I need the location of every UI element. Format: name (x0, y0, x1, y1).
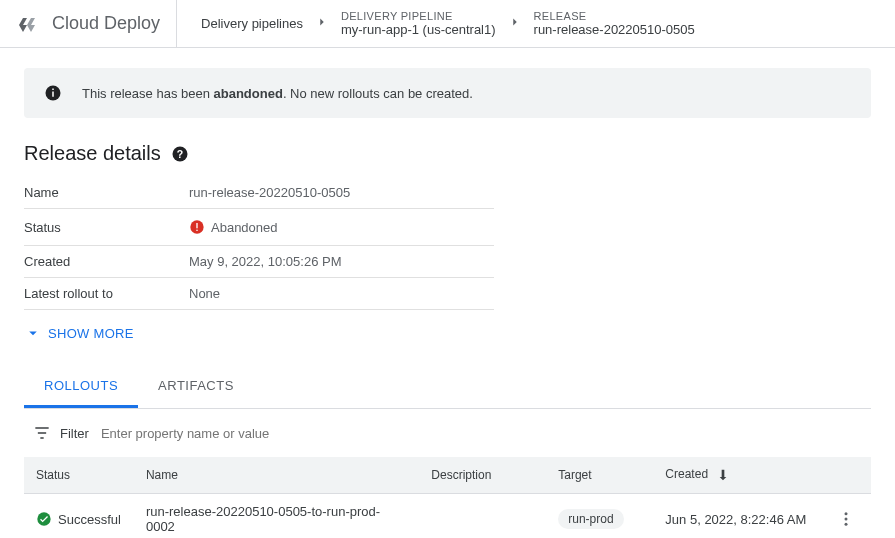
breadcrumb-root[interactable]: Delivery pipelines (193, 16, 311, 31)
banner-prefix: This release has been (82, 86, 214, 101)
tab-artifacts[interactable]: ARTIFACTS (138, 366, 254, 408)
details-table: Name run-release-20220510-0505 Status Ab… (24, 177, 494, 310)
cell-name[interactable]: run-release-20220510-0505-to-run-prod-00… (134, 494, 419, 539)
filter-icon[interactable] (32, 423, 52, 443)
success-icon (36, 511, 52, 527)
detail-status-label: Status (24, 209, 189, 246)
detail-created-value: May 9, 2022, 10:05:26 PM (189, 246, 494, 278)
detail-status-cell: Abandoned (189, 209, 494, 246)
breadcrumb-root-label: Delivery pipelines (201, 16, 303, 31)
breadcrumb-pipeline[interactable]: DELIVERY PIPELINE my-run-app-1 (us-centr… (333, 10, 504, 37)
detail-latest-label: Latest rollout to (24, 278, 189, 310)
banner-strong: abandoned (214, 86, 283, 101)
filter-label: Filter (60, 426, 89, 441)
rollout-table: Status Name Description Target Created (24, 457, 871, 538)
breadcrumb-release: RELEASE run-release-20220510-0505 (526, 10, 703, 37)
breadcrumb-pipeline-label: DELIVERY PIPELINE (341, 10, 496, 22)
abandoned-banner: This release has been abandoned. No new … (24, 68, 871, 118)
svg-point-11 (845, 523, 848, 526)
detail-created-label: Created (24, 246, 189, 278)
table-row: Successful run-release-20220510-0505-to-… (24, 494, 871, 539)
detail-row-created: Created May 9, 2022, 10:05:26 PM (24, 246, 494, 278)
svg-rect-1 (52, 92, 54, 97)
show-more-label: SHOW MORE (48, 326, 134, 341)
show-more-button[interactable]: SHOW MORE (24, 324, 871, 342)
col-status[interactable]: Status (24, 457, 134, 494)
svg-point-9 (845, 512, 848, 515)
row-menu-button[interactable] (834, 510, 859, 528)
chevron-right-icon (504, 15, 526, 32)
detail-row-status: Status Abandoned (24, 209, 494, 246)
error-icon (189, 219, 205, 235)
detail-name-label: Name (24, 177, 189, 209)
page-title-text: Release details (24, 142, 161, 165)
chevron-down-icon (24, 324, 42, 342)
svg-rect-2 (52, 89, 54, 91)
cell-created: Jun 5, 2022, 8:22:46 AM (653, 494, 821, 539)
cell-status-text: Successful (58, 512, 121, 527)
cell-menu (822, 494, 871, 539)
col-description[interactable]: Description (419, 457, 546, 494)
col-target[interactable]: Target (546, 457, 653, 494)
col-created-label: Created (665, 467, 708, 481)
product-title-area: Cloud Deploy (0, 0, 177, 47)
breadcrumb-release-label: RELEASE (534, 10, 695, 22)
col-name[interactable]: Name (134, 457, 419, 494)
svg-rect-6 (196, 223, 197, 228)
detail-row-name: Name run-release-20220510-0505 (24, 177, 494, 209)
svg-point-10 (845, 518, 848, 521)
tabs: ROLLOUTS ARTIFACTS (24, 366, 871, 409)
col-created[interactable]: Created (653, 457, 821, 494)
tab-rollouts[interactable]: ROLLOUTS (24, 366, 138, 408)
detail-latest-value: None (189, 278, 494, 310)
cell-target: run-prod (546, 494, 653, 539)
info-icon (44, 84, 62, 102)
detail-name-value: run-release-20220510-0505 (189, 177, 494, 209)
banner-text: This release has been abandoned. No new … (82, 86, 473, 101)
filter-bar: Filter (24, 409, 871, 457)
target-chip: run-prod (558, 509, 623, 529)
detail-row-latest: Latest rollout to None (24, 278, 494, 310)
product-name: Cloud Deploy (52, 13, 160, 34)
cloud-deploy-icon (16, 12, 40, 36)
help-icon[interactable]: ? (171, 145, 189, 163)
sort-descending-icon (715, 467, 731, 483)
detail-status-value: Abandoned (211, 220, 278, 235)
header-bar: Cloud Deploy Delivery pipelines DELIVERY… (0, 0, 895, 48)
chevron-right-icon (311, 15, 333, 32)
banner-suffix: . No new rollouts can be created. (283, 86, 473, 101)
svg-point-8 (37, 512, 50, 525)
table-header-row: Status Name Description Target Created (24, 457, 871, 494)
breadcrumb: Delivery pipelines DELIVERY PIPELINE my-… (177, 0, 719, 47)
breadcrumb-pipeline-value: my-run-app-1 (us-central1) (341, 22, 496, 37)
page-title: Release details ? (24, 142, 871, 165)
col-menu (822, 457, 871, 494)
breadcrumb-release-value: run-release-20220510-0505 (534, 22, 695, 37)
svg-rect-7 (196, 230, 197, 231)
cell-status: Successful (24, 494, 134, 539)
svg-text:?: ? (177, 147, 183, 159)
cell-description (419, 494, 546, 539)
filter-input[interactable] (101, 426, 863, 441)
